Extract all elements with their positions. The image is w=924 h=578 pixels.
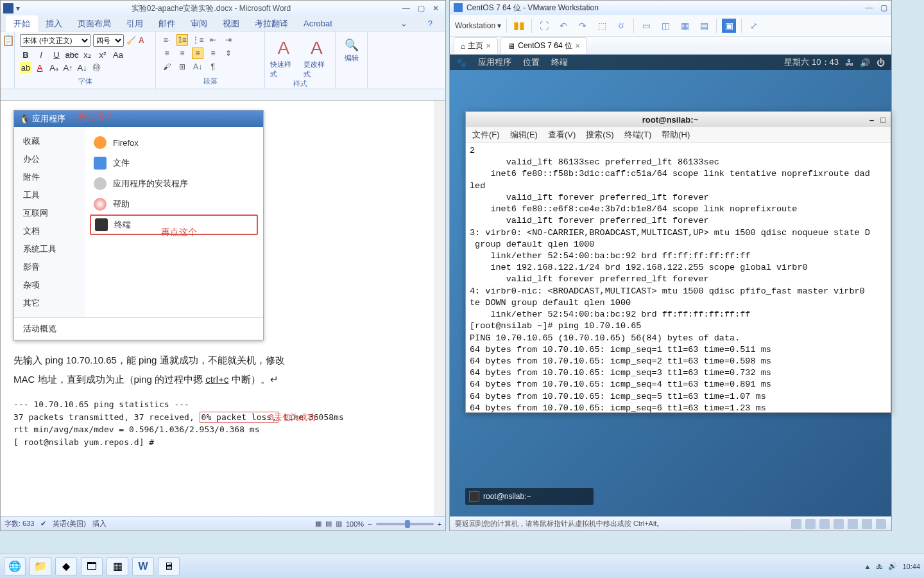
cat-office[interactable]: 办公: [14, 150, 85, 168]
tray-network-icon[interactable]: 🖧: [876, 563, 883, 570]
vm-unity-icon[interactable]: ⤢: [747, 19, 761, 33]
zoom-value[interactable]: 100%: [346, 520, 364, 528]
font-name-select[interactable]: 宋体 (中文正文): [20, 34, 90, 47]
taskbar-vmware-icon[interactable]: 🖥: [158, 557, 180, 575]
term-menu-search[interactable]: 搜索(S): [586, 129, 613, 141]
align-right-icon[interactable]: ≡: [192, 48, 203, 59]
sort-icon[interactable]: A↓: [192, 61, 203, 73]
vm-maximize-button[interactable]: ▢: [880, 3, 887, 12]
vm-view-split-icon[interactable]: ◫: [658, 19, 672, 33]
dev-hdd-icon[interactable]: [791, 519, 801, 529]
border-icon[interactable]: ⊞: [176, 61, 188, 73]
terminal-body[interactable]: 2 valid_lft 86133sec preferred_lft 86133…: [466, 143, 891, 417]
multilevel-icon[interactable]: ⋮≡: [192, 34, 203, 46]
app-help[interactable]: 帮助: [85, 194, 263, 215]
tab-centos-close[interactable]: ✕: [575, 42, 580, 49]
subscript-button[interactable]: x₂: [81, 49, 93, 60]
minimize-button[interactable]: —: [402, 4, 410, 13]
view-print-icon[interactable]: ▦: [315, 520, 321, 528]
term-menu-help[interactable]: 帮助(H): [662, 129, 690, 141]
cat-documents[interactable]: 文档: [14, 222, 85, 240]
tab-mailings[interactable]: 邮件: [151, 15, 183, 32]
tab-centos[interactable]: 🖥 CentOS 7 64 位 ✕: [501, 37, 587, 54]
taskbar-word-icon[interactable]: W: [132, 557, 154, 575]
taskbar-app3-icon[interactable]: ▦: [107, 557, 128, 575]
term-maximize-button[interactable]: □: [880, 115, 886, 125]
underline-button[interactable]: U: [51, 49, 62, 60]
view-read-icon[interactable]: ▤: [325, 520, 332, 528]
vm-snapshot-icon[interactable]: ⛶: [537, 19, 551, 33]
find-button[interactable]: 🔍 编辑: [341, 38, 362, 63]
cat-media[interactable]: 影音: [14, 258, 85, 276]
change-case-icon[interactable]: Aa: [112, 49, 124, 60]
vm-pause-button[interactable]: ▮▮: [512, 19, 526, 33]
ribbon-minimize-icon[interactable]: ⌄: [393, 16, 415, 31]
tray-volume-icon[interactable]: 🔊: [888, 562, 897, 570]
superscript-button[interactable]: x²: [97, 49, 108, 60]
vm-forward-icon[interactable]: ↷: [576, 19, 590, 33]
taskbar-explorer-icon[interactable]: 📁: [30, 557, 51, 575]
align-left-icon[interactable]: ≡: [161, 48, 173, 59]
tab-acrobat[interactable]: Acrobat: [296, 16, 340, 31]
app-files[interactable]: 文件: [85, 153, 263, 173]
cat-other[interactable]: 其它: [14, 294, 85, 312]
app-installer[interactable]: 应用程序的安装程序: [85, 173, 263, 194]
numbering-icon[interactable]: 1≡: [176, 34, 188, 46]
dev-display-icon[interactable]: [876, 519, 886, 529]
vm-view-grid-icon[interactable]: ▦: [678, 19, 692, 33]
change-styles-button[interactable]: A 更改样式: [304, 38, 330, 79]
dev-sound-icon[interactable]: [848, 519, 858, 529]
bullets-icon[interactable]: ≡·: [161, 34, 173, 46]
tab-view[interactable]: 视图: [215, 15, 247, 32]
dev-net-icon[interactable]: [819, 519, 830, 529]
topbar-applications[interactable]: 应用程序: [478, 57, 511, 68]
char-border-icon[interactable]: Aₐ: [48, 62, 60, 73]
term-menu-file[interactable]: 文件(F): [472, 129, 500, 141]
term-menu-edit[interactable]: 编辑(E): [510, 129, 538, 141]
term-minimize-button[interactable]: –: [869, 115, 874, 125]
status-insert-mode[interactable]: 插入: [92, 519, 107, 529]
cat-internet[interactable]: 互联网: [14, 204, 85, 222]
taskbar-app1-icon[interactable]: ◆: [55, 557, 77, 575]
taskbar-app2-icon[interactable]: 🗔: [81, 557, 103, 575]
paste-icon[interactable]: 📋: [2, 34, 13, 46]
term-menu-terminal[interactable]: 终端(T): [624, 129, 652, 141]
grow-font-icon[interactable]: A↑: [62, 62, 74, 73]
tab-review[interactable]: 审阅: [183, 15, 215, 32]
vm-view-single-icon[interactable]: ▭: [639, 19, 653, 33]
vm-fullscreen-icon[interactable]: ▣: [722, 19, 736, 33]
status-wordcount[interactable]: 字数: 633: [4, 519, 34, 529]
topbar-volume-icon[interactable]: 🔊: [860, 58, 870, 67]
workstation-menu[interactable]: Workstation ▾: [455, 21, 501, 30]
highlight-icon[interactable]: ab: [20, 62, 31, 73]
align-justify-icon[interactable]: ≡: [207, 48, 219, 59]
view-web-icon[interactable]: ▥: [336, 520, 342, 528]
taskbar-terminal-label[interactable]: root@nsilab:~: [483, 492, 531, 501]
tab-translate[interactable]: 考拉翻译: [247, 15, 296, 32]
phonetic-icon[interactable]: A: [139, 36, 144, 45]
indent-inc-icon[interactable]: ⇥: [223, 34, 234, 46]
dev-usb-icon[interactable]: [834, 519, 844, 529]
zoom-out-button[interactable]: −: [368, 520, 372, 528]
cat-system[interactable]: 系统工具: [14, 240, 85, 258]
term-menu-view[interactable]: 查看(V): [548, 129, 576, 141]
font-color-icon[interactable]: A: [34, 62, 46, 73]
close-button[interactable]: ✕: [432, 4, 439, 13]
guest-desktop[interactable]: 🐾 应用程序 位置 终端 星期六 10：43 🖧 🔊 ⏻ root@nsilab…: [450, 55, 891, 516]
tab-references[interactable]: 引用: [119, 15, 151, 32]
topbar-terminal[interactable]: 终端: [551, 57, 568, 68]
indent-dec-icon[interactable]: ⇤: [207, 34, 219, 46]
topbar-power-icon[interactable]: ⏻: [877, 58, 885, 67]
topbar-places[interactable]: 位置: [523, 57, 540, 68]
tab-home[interactable]: ⌂ 主页 ✕: [454, 37, 498, 54]
shrink-font-icon[interactable]: A↓: [76, 62, 88, 73]
cat-tools[interactable]: 工具: [14, 186, 85, 204]
maximize-button[interactable]: ▢: [418, 4, 425, 13]
strike-button[interactable]: abc: [66, 49, 78, 60]
tray-time[interactable]: 10:44: [902, 563, 920, 570]
enclose-char-icon[interactable]: ㊞: [90, 62, 102, 73]
taskbar-terminal-icon[interactable]: [469, 491, 479, 502]
align-center-icon[interactable]: ≡: [176, 48, 188, 59]
app-firefox[interactable]: Firefox: [85, 132, 263, 153]
italic-button[interactable]: I: [35, 49, 47, 60]
